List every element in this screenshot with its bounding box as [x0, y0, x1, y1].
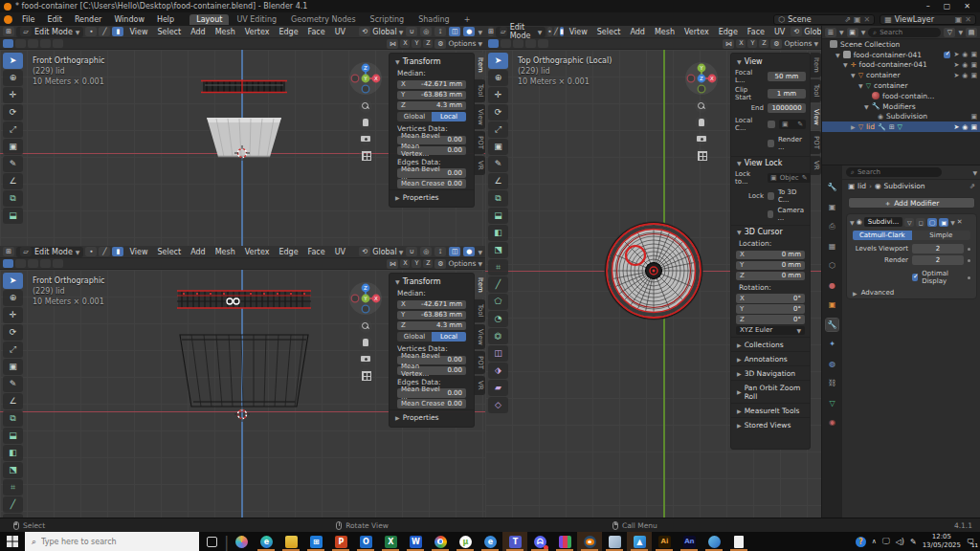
outliner-row-container-object[interactable]: ▼ ▽ container ➤◉▣ — [822, 70, 980, 80]
tool-scale[interactable]: ⤢ — [488, 121, 508, 138]
mirror-y-button[interactable]: Y — [747, 39, 757, 48]
zoom-view-icon[interactable] — [359, 99, 372, 113]
catmull-clark-button[interactable]: Catmull-Clark — [853, 231, 912, 240]
view-layer-selector[interactable]: ▦ ViewLayer ▣ ✕ — [880, 14, 976, 25]
proportional-edit-icon[interactable]: ◎ — [420, 27, 432, 36]
menu-edge[interactable]: Edge — [275, 28, 301, 36]
tool-transform[interactable]: ▣ — [3, 359, 23, 375]
task-view-button[interactable] — [199, 532, 224, 551]
menu-face[interactable]: Face — [304, 248, 329, 256]
show-viewport-icon[interactable]: 🖵 — [927, 218, 937, 227]
tray-expand-icon[interactable]: ∧ — [872, 538, 877, 545]
tool-knife[interactable]: ╱ — [488, 276, 508, 293]
tool-bevel[interactable]: ⬔ — [3, 462, 23, 478]
edge-beta-icon[interactable]: e — [478, 532, 502, 551]
cursor-rot-z-field[interactable]: Z0° — [736, 315, 805, 324]
face-select-icon[interactable]: ▮ — [112, 247, 123, 256]
menu-face[interactable]: Face — [744, 28, 768, 36]
blender-menu-icon[interactable] — [4, 15, 12, 24]
orientation-dropdown[interactable]: ⟲Global▼ — [359, 247, 403, 256]
tool-scale[interactable]: ⤢ — [3, 121, 23, 138]
select-new-icon[interactable] — [488, 39, 499, 48]
tool-rotate[interactable]: ⟳ — [3, 324, 23, 341]
tool-shear[interactable]: ▰ — [488, 380, 508, 396]
mirror-x-button[interactable]: X — [736, 39, 746, 48]
clock[interactable]: 12:05 13/05/2025 — [923, 533, 961, 550]
mirror-icon[interactable]: ⋈ — [387, 259, 398, 269]
tool-move[interactable]: ✛ — [3, 87, 23, 103]
animate-icon[interactable]: An — [677, 532, 702, 551]
selectable-icon[interactable]: ➤ — [953, 51, 959, 58]
sidebar-tab-view[interactable]: View — [475, 324, 485, 350]
tab-modifiers[interactable]: 🔧 — [826, 319, 838, 331]
select-subtract-icon[interactable] — [513, 39, 523, 48]
proportional-edit-icon[interactable]: ◎ — [420, 247, 432, 256]
show-on-cage-icon[interactable]: ◻ — [916, 218, 925, 227]
new-layer-icon[interactable]: ▣ — [955, 15, 963, 24]
new-collection-icon[interactable]: ▤ — [966, 28, 977, 37]
network-icon[interactable]: 🖵 — [882, 537, 890, 546]
mode-dropdown[interactable]: ▱ Edit Mode▼ — [496, 27, 546, 37]
select-extend-icon[interactable] — [501, 39, 511, 48]
face-select-icon[interactable]: ▮ — [560, 27, 564, 36]
pan-view-icon[interactable] — [695, 116, 708, 129]
menu-uv[interactable]: UV — [331, 28, 349, 36]
measureit-section[interactable]: ▶MeasureIt Tools — [731, 403, 810, 417]
zoom-view-icon[interactable] — [359, 320, 372, 333]
cursor-rot-x-field[interactable]: X0° — [736, 294, 805, 303]
select-new-icon[interactable] — [3, 39, 13, 48]
vertex-select-icon[interactable]: ∙ — [85, 27, 97, 36]
pan-orbit-section[interactable]: ▶Pan Orbit Zoom Roll — [731, 380, 810, 403]
render-visibility-icon[interactable]: ▣ — [970, 51, 977, 58]
properties-search-input[interactable] — [858, 168, 937, 176]
copilot-icon[interactable] — [229, 532, 254, 551]
mirror-z-button[interactable]: Z — [423, 39, 433, 48]
vertex-select-icon[interactable]: ∙ — [547, 27, 551, 36]
menu-select[interactable]: Select — [153, 248, 185, 256]
snap-magnet-icon[interactable]: ∪ — [406, 247, 417, 256]
collapse-icon[interactable]: ▼ — [737, 160, 742, 166]
clip-start-field[interactable]: 1 mm — [768, 89, 806, 99]
show-gizmo-icon[interactable]: ⟟ — [434, 27, 446, 36]
filter-object-icon[interactable]: ▣ — [847, 28, 858, 37]
teams-icon[interactable]: T — [502, 532, 527, 551]
expand-icon[interactable]: ▼ — [864, 103, 869, 110]
menu-view[interactable]: View — [566, 28, 591, 36]
edge-mean-bevel-field[interactable]: Mean Bevel ...0.00 — [397, 168, 466, 178]
tool-shrink-fatten[interactable]: ⬗ — [488, 363, 508, 379]
median-x-field[interactable]: X-42.671 mm — [397, 80, 466, 90]
rotation-mode-dropdown[interactable]: XYZ Euler▼ — [736, 326, 805, 336]
tool-rotate[interactable]: ⟳ — [488, 104, 508, 121]
workspace-tab-scripting[interactable]: Scripting — [364, 14, 412, 25]
tool-inset-faces[interactable]: ◧ — [488, 225, 508, 241]
add-modifier-button[interactable]: ＋Add Modifier — [848, 197, 975, 209]
mirror-x-button[interactable]: X — [400, 259, 410, 268]
utorrent-icon[interactable]: µ — [453, 532, 478, 551]
pen-icon[interactable]: ✎ — [910, 538, 917, 546]
lock-camera-checkbox[interactable] — [768, 210, 773, 218]
show-render-icon[interactable]: ▣ — [939, 218, 948, 227]
tool-loop-cut[interactable]: ⌗ — [488, 259, 508, 276]
editor-type-icon[interactable]: ⊞ — [488, 27, 494, 36]
tool-rip-region[interactable]: ◇ — [488, 397, 508, 413]
sidebar-tab-item[interactable]: Item — [475, 273, 485, 298]
outliner-row-empty[interactable]: ▼ ✛ food-container-041 ➤◉▣ — [822, 60, 980, 71]
collapse-icon[interactable]: ▼ — [737, 58, 742, 65]
edge-select-icon[interactable]: ╱ — [554, 27, 558, 36]
menu-mesh[interactable]: Mesh — [212, 248, 239, 256]
camera-view-icon[interactable] — [359, 352, 372, 365]
render-visibility-icon[interactable]: ▣ — [970, 123, 977, 131]
hide-icon[interactable]: ◉ — [962, 72, 968, 79]
select-subtract-icon[interactable] — [28, 259, 38, 268]
discord-icon[interactable]: ᗣ — [527, 532, 552, 551]
paint3d-icon[interactable] — [702, 532, 726, 551]
new-scene-icon[interactable]: ▣ — [854, 15, 861, 24]
camera-view-icon[interactable] — [695, 132, 708, 145]
sidebar-tab-pot[interactable]: POT — [475, 351, 485, 374]
median-x-field[interactable]: X-42.671 mm — [397, 300, 466, 310]
tool-extrude-region[interactable]: ⬓ — [3, 208, 23, 224]
properties-section[interactable]: ▶Properties — [390, 189, 474, 204]
tool-smooth[interactable]: ⏣ — [488, 328, 508, 344]
remove-layer-icon[interactable]: ✕ — [965, 15, 971, 24]
hide-icon[interactable]: ◉ — [962, 123, 968, 131]
